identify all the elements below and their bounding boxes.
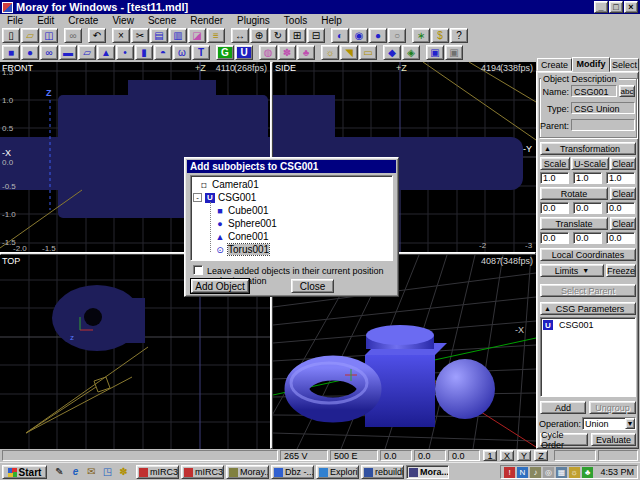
freeze-button[interactable]: Freeze [606,264,636,277]
plugin-object-button[interactable]: ◆ [383,45,401,60]
copy-button[interactable]: ▤ [150,28,168,43]
create-plane-button[interactable]: ▱ [78,45,96,60]
tray-clock[interactable]: 4:53 PM [600,467,634,477]
menu-file[interactable]: File [0,15,30,26]
create-tree-button[interactable]: ♣ [297,45,315,60]
pan-view-button[interactable]: ↔ [231,28,249,43]
start-button[interactable]: Start [2,465,47,479]
csg-group-button[interactable]: G [216,45,234,60]
tray-icon-2[interactable]: N [517,467,528,478]
menu-help[interactable]: Help [314,15,349,26]
task-moray-active[interactable]: Mora... [406,465,449,479]
axis-y-toggle[interactable]: Y [517,450,531,461]
rotate-y-input[interactable] [573,202,602,214]
maximize-view-button[interactable]: ⊟ [307,28,325,43]
save-file-button[interactable]: ◫ [40,28,58,43]
task-moray-help[interactable]: Moray... [226,465,269,479]
abc-button[interactable]: abc [619,85,635,97]
close-dialog-button[interactable]: Close [291,279,334,293]
quicklaunch-notes-icon[interactable]: ✎ [52,465,67,479]
camera-view-button[interactable]: ▣ [445,45,463,60]
menu-edit[interactable]: Edit [30,15,61,26]
menu-scene[interactable]: Scene [141,15,183,26]
scale-button[interactable]: Scale [540,157,570,170]
tree-item-csg001[interactable]: - U CSG001 [193,191,256,204]
binoculars-button[interactable]: ∞ [64,28,82,43]
limits-button[interactable]: Limits ▼ [540,264,604,277]
translate-clear-button[interactable]: Clear [610,217,636,230]
rotate-view-button[interactable]: ↻ [269,28,287,43]
scale-clear-button[interactable]: Clear [610,157,636,170]
tab-modify[interactable]: Modify [572,57,610,72]
uscale-button[interactable]: U-Scale [571,157,609,170]
tray-volume-icon[interactable]: ♪ [530,467,541,478]
clone-button[interactable]: ◪ [188,28,206,43]
create-disc-button[interactable]: ▬ [59,45,77,60]
csg-union-button[interactable]: U [235,45,253,60]
transformation-header[interactable]: ▲ Transformation [540,142,636,155]
operation-dropdown-arrow-icon[interactable]: ▼ [625,418,635,429]
tree-item-sphere001[interactable]: ● Sphere001 [215,217,277,230]
task-mirc-2[interactable]: mIRC3... [181,465,224,479]
csg-listbox[interactable]: U CSG001 [540,317,636,397]
move-object-button[interactable]: ⊕ [250,28,268,43]
open-file-button[interactable]: ▱ [21,28,39,43]
create-cone-button[interactable]: ▲ [97,45,115,60]
add-object-button[interactable]: Add Object [191,279,249,293]
undo-button[interactable]: ↶ [88,28,106,43]
create-text-button[interactable]: T [192,45,210,60]
align-button[interactable]: ≡ [207,28,225,43]
maximize-button[interactable]: □ [609,1,623,13]
create-dome-button[interactable]: ◓ [154,45,172,60]
task-dbz-browser[interactable]: Dbz -... [271,465,314,479]
cycle-order-button[interactable]: Cycle Order [540,433,588,446]
task-explorer[interactable]: Explori... [316,465,359,479]
translate-z-input[interactable] [606,232,635,244]
local-coordinates-button[interactable]: Local Coordinates [540,248,636,261]
scale-z-input[interactable] [606,172,635,184]
purchase-button[interactable]: $ [431,28,449,43]
tab-create[interactable]: Create [537,58,572,71]
create-arealight-button[interactable]: ▭ [359,45,377,60]
title-bar[interactable]: Moray for Windows - [test11.mdl] _ □ × [0,0,640,14]
menu-create[interactable]: Create [61,15,105,26]
quicklaunch-explorer-icon[interactable]: ◳ [100,465,115,479]
csg-list-item-csg001[interactable]: U CSG001 [541,318,635,332]
create-pointlight-button[interactable]: ☼ [321,45,339,60]
wireframe-button[interactable]: ○ [388,28,406,43]
evaluate-button[interactable]: Evaluate [591,433,636,446]
create-mesh-button[interactable]: ω [173,45,191,60]
tab-select[interactable]: Select [610,58,639,71]
close-button[interactable]: × [624,1,638,13]
select-parent-button[interactable]: Select Parent [540,284,636,297]
task-rebuilding[interactable]: rebuildi... [361,465,404,479]
rotate-z-input[interactable] [606,202,635,214]
tray-display-icon[interactable]: ▦ [556,467,567,478]
rotate-x-input[interactable] [540,202,569,214]
ungroup-button[interactable]: Ungroup [589,401,636,414]
help-button[interactable]: ? [450,28,468,43]
create-swirl-button[interactable]: ◍ [259,45,277,60]
subobject-tree[interactable]: ◘ Camera01 - U CSG001 ■ Cube001 ● Sphere… [190,175,393,261]
scale-y-input[interactable] [573,172,602,184]
menu-render[interactable]: Render [183,15,230,26]
csg-parameters-header[interactable]: ▲ CSG Parameters [540,302,636,315]
snap-1-toggle[interactable]: 1 [483,450,497,461]
quicklaunch-winamp-icon[interactable]: ✽ [116,465,131,479]
material-preview-button[interactable]: ● [369,28,387,43]
delete-button[interactable]: × [112,28,130,43]
task-mirc-1[interactable]: mIRC3... [136,465,179,479]
translate-y-input[interactable] [573,232,602,244]
plugins-button[interactable]: ∗ [412,28,430,43]
create-flower-button[interactable]: ✽ [278,45,296,60]
axis-x-toggle[interactable]: X [500,450,514,461]
scale-x-input[interactable] [540,172,569,184]
plugin-color-button[interactable]: ◈ [402,45,420,60]
rotate-clear-button[interactable]: Clear [610,187,636,200]
keep-position-checkbox[interactable] [193,265,203,275]
tree-item-camera01[interactable]: ◘ Camera01 [199,178,259,191]
cut-button[interactable]: ✂ [131,28,149,43]
dialog-title-bar[interactable]: Add subobjects to CSG001 [187,160,396,173]
menu-view[interactable]: View [105,15,141,26]
create-spotlight-button[interactable]: ◥ [340,45,358,60]
